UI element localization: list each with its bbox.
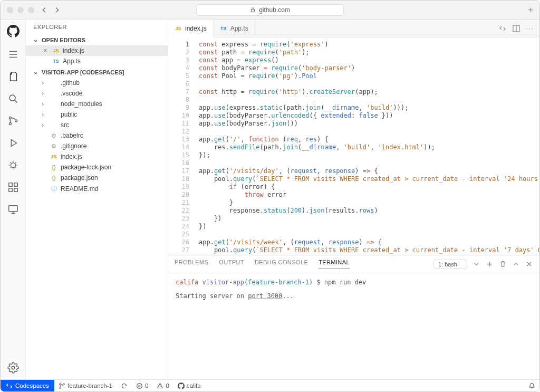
terminal-body[interactable]: califa visitor-app(feature-branch-1) $ n… bbox=[168, 273, 539, 379]
status-codespaces[interactable]: Codespaces bbox=[1, 380, 54, 391]
more-icon[interactable]: ··· bbox=[526, 25, 534, 32]
close-window-icon[interactable] bbox=[7, 7, 13, 13]
code-line[interactable] bbox=[199, 231, 539, 238]
file-type-icon: JS bbox=[175, 26, 182, 31]
back-icon[interactable] bbox=[41, 6, 48, 14]
bell-icon bbox=[528, 383, 535, 389]
tab-label: App.ts bbox=[230, 25, 248, 32]
open-editors-header[interactable]: ⌄OPEN EDITORS bbox=[26, 34, 168, 45]
github-logo-icon[interactable] bbox=[6, 24, 21, 39]
code-line[interactable] bbox=[199, 80, 539, 88]
svg-point-15 bbox=[63, 383, 64, 385]
open-editor-item[interactable]: ×JSindex.js bbox=[26, 45, 168, 56]
tree-item[interactable]: ⚙.gitignore bbox=[26, 141, 168, 151]
debug-icon[interactable] bbox=[7, 159, 20, 171]
maximize-window-icon[interactable] bbox=[28, 7, 34, 13]
compare-icon[interactable] bbox=[498, 24, 507, 33]
code-line[interactable]: app.use(bodyParser.json()) bbox=[199, 120, 539, 128]
tree-item[interactable]: ⓘREADME.md bbox=[26, 183, 168, 194]
code-editor[interactable]: 1234567891011121314151617181920212223242… bbox=[168, 37, 539, 255]
code-line[interactable]: const bodyParser = require('body-parser'… bbox=[199, 64, 539, 72]
code-line[interactable] bbox=[199, 159, 539, 167]
code-line[interactable]: }) bbox=[199, 223, 539, 231]
tree-item[interactable]: ›.vscode bbox=[26, 88, 168, 99]
minimize-window-icon[interactable] bbox=[17, 7, 24, 13]
code-line[interactable]: }) bbox=[199, 215, 539, 223]
chevron-right-icon: › bbox=[42, 79, 47, 87]
maximize-panel-icon[interactable] bbox=[512, 260, 520, 268]
run-icon[interactable] bbox=[7, 137, 20, 149]
tree-item[interactable]: ›node_modules bbox=[26, 99, 168, 109]
tree-item[interactable]: {}package.json bbox=[26, 173, 168, 183]
code-line[interactable]: if (error) { bbox=[199, 183, 539, 191]
tree-item[interactable]: JSindex.js bbox=[26, 151, 168, 162]
code-line[interactable]: const path = require('path'); bbox=[199, 49, 539, 56]
code-line[interactable]: pool.query(`SELECT * FROM visits WHERE c… bbox=[199, 175, 539, 183]
close-icon[interactable]: × bbox=[42, 47, 49, 54]
open-editor-item[interactable]: TSApp.ts bbox=[26, 56, 168, 66]
panel-tab[interactable]: PROBLEMS bbox=[175, 259, 208, 269]
extensions-icon[interactable] bbox=[7, 181, 20, 194]
code-line[interactable]: res.sendFile(path.join(__dirname, 'build… bbox=[199, 144, 539, 151]
close-panel-icon[interactable] bbox=[525, 260, 533, 268]
status-branch[interactable]: feature-branch-1 bbox=[54, 383, 117, 389]
remote-icon[interactable] bbox=[7, 203, 20, 216]
project-header[interactable]: ⌄VISITOR-APP [CODESPACES] bbox=[26, 66, 168, 78]
window-controls bbox=[7, 7, 34, 13]
tree-item[interactable]: ›public bbox=[26, 109, 168, 120]
panel-tab[interactable]: TERMINAL bbox=[319, 259, 350, 269]
editor-tab[interactable]: JSindex.js bbox=[168, 20, 214, 37]
url-bar[interactable]: github.com bbox=[196, 4, 344, 16]
chevron-down-icon[interactable] bbox=[472, 260, 480, 268]
new-tab-button[interactable]: + bbox=[528, 5, 533, 15]
code-line[interactable]: app.get('/visits/day', (request, respons… bbox=[199, 167, 539, 175]
explorer-icon[interactable] bbox=[7, 70, 20, 83]
code-line[interactable]: }); bbox=[199, 151, 539, 159]
code-line[interactable]: const http = require('http').createServe… bbox=[199, 88, 539, 96]
chevron-right-icon: › bbox=[42, 111, 47, 118]
split-editor-icon[interactable] bbox=[512, 24, 520, 33]
terminal-user: califa bbox=[176, 279, 198, 286]
code-line[interactable]: app.use(express.static(path.join(__dirna… bbox=[199, 104, 539, 112]
forward-icon[interactable] bbox=[53, 6, 61, 14]
new-terminal-icon[interactable] bbox=[486, 260, 494, 268]
code-line[interactable]: const Pool = require('pg').Pool bbox=[199, 72, 539, 80]
code-line[interactable]: response.status(200).json(results.rows) bbox=[199, 207, 539, 215]
code-line[interactable]: } bbox=[199, 199, 539, 207]
tree-item[interactable]: ›src bbox=[26, 120, 168, 130]
status-bar: Codespaces feature-branch-1 0 0 califa bbox=[1, 379, 539, 391]
code-line[interactable]: app.get('/visits/week', (request, respon… bbox=[199, 238, 539, 246]
tree-item[interactable]: ⚙.babelrc bbox=[26, 130, 168, 141]
terminal-select[interactable]: 1: bash bbox=[433, 260, 467, 269]
code-line[interactable]: app.use(bodyParser.urlencoded({ extended… bbox=[199, 112, 539, 120]
panel-tab[interactable]: OUTPUT bbox=[219, 259, 244, 269]
tree-item[interactable]: {}package-lock.json bbox=[26, 162, 168, 173]
code-line[interactable]: throw error bbox=[199, 191, 539, 199]
status-user[interactable]: califa bbox=[173, 383, 205, 389]
settings-gear-icon[interactable] bbox=[7, 361, 20, 374]
menu-icon[interactable] bbox=[7, 48, 20, 61]
editor-tab[interactable]: TSApp.ts bbox=[214, 20, 255, 37]
status-warnings[interactable]: 0 bbox=[152, 383, 173, 389]
json-file-icon: {} bbox=[50, 164, 57, 170]
status-sync[interactable] bbox=[117, 383, 132, 389]
svg-rect-10 bbox=[8, 206, 17, 212]
file-name: index.js bbox=[63, 47, 84, 54]
code-line[interactable]: const express = require('express') bbox=[199, 41, 539, 49]
panel-tab[interactable]: DEBUG CONSOLE bbox=[255, 259, 308, 269]
error-icon bbox=[136, 383, 143, 389]
code-line[interactable]: const app = express() bbox=[199, 56, 539, 64]
code-line[interactable] bbox=[199, 128, 539, 136]
json-file-icon: {} bbox=[50, 175, 57, 181]
trash-icon[interactable] bbox=[499, 260, 507, 268]
code-line[interactable]: pool.query(`SELECT * FROM visits WHERE c… bbox=[199, 246, 539, 254]
status-errors[interactable]: 0 bbox=[132, 383, 152, 389]
terminal-link[interactable]: port 3000 bbox=[248, 292, 282, 300]
code-line[interactable]: app.get('/', function (req, res) { bbox=[199, 136, 539, 144]
tree-item[interactable]: ›.github bbox=[26, 78, 168, 88]
search-icon[interactable] bbox=[7, 92, 20, 105]
status-notifications[interactable] bbox=[524, 383, 539, 389]
source-control-icon[interactable] bbox=[7, 114, 20, 127]
github-icon bbox=[178, 383, 185, 389]
code-line[interactable] bbox=[199, 96, 539, 104]
